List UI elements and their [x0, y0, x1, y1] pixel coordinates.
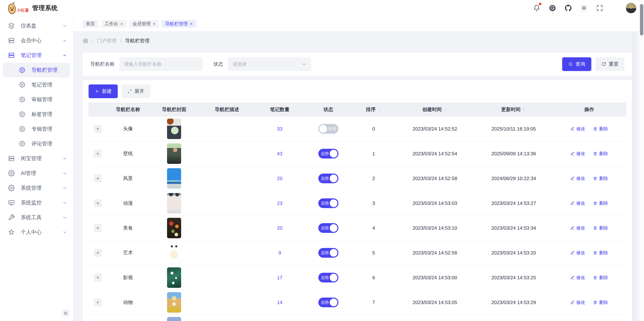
row-expand-button[interactable]: [94, 224, 102, 232]
sort-icon[interactable]: [444, 108, 448, 112]
status-toggle[interactable]: 启用: [318, 248, 338, 258]
cover-image-hamster-cartoon[interactable]: [167, 243, 181, 263]
fullscreen-icon[interactable]: [594, 3, 605, 13]
edit-button[interactable]: 修改: [570, 275, 585, 281]
tab-首页[interactable]: 首页: [82, 20, 98, 28]
note-count-link[interactable]: 17: [277, 275, 282, 281]
tab-会员管理[interactable]: 会员管理×: [129, 20, 159, 28]
row-expand-button[interactable]: [94, 125, 102, 133]
status-filter-select[interactable]: 请选择: [228, 57, 311, 71]
status-toggle[interactable]: 启用: [318, 298, 338, 307]
create-button[interactable]: 新建: [88, 84, 118, 98]
cover-image-sky-painting[interactable]: [167, 317, 181, 321]
settings-icon[interactable]: undefined: [610, 3, 621, 13]
github-icon[interactable]: [563, 3, 574, 13]
edit-button[interactable]: 修改: [570, 299, 585, 306]
cover-image-shiba-dog[interactable]: [167, 292, 181, 313]
edit-button[interactable]: 修改: [570, 175, 585, 181]
status-toggle[interactable]: 禁用: [318, 124, 338, 134]
sort-icon[interactable]: [377, 108, 381, 112]
tab-导航栏管理[interactable]: 导航栏管理×: [162, 20, 196, 28]
edit-button[interactable]: 修改: [570, 126, 585, 132]
bell-icon[interactable]: [531, 3, 542, 13]
sidebar-item-评论管理[interactable]: 评论管理: [3, 136, 70, 151]
sidebar-item-AI管理[interactable]: AI管理: [0, 166, 73, 181]
sidebar-item-审核管理[interactable]: 审核管理: [3, 92, 70, 107]
note-count-link[interactable]: 43: [277, 151, 282, 156]
sidebar-item-导航栏管理[interactable]: 导航栏管理: [3, 63, 70, 77]
status-toggle[interactable]: 启用: [318, 149, 338, 158]
sidebar-item-笔记管理[interactable]: 笔记管理: [0, 48, 73, 63]
page-scrollbar-track[interactable]: [639, 0, 644, 321]
delete-button[interactable]: 删除: [593, 151, 608, 157]
edit-button[interactable]: 修改: [570, 200, 585, 206]
sidebar-item-闲宝管理[interactable]: 闲宝管理: [0, 151, 73, 166]
header-actions: undefined: [531, 3, 636, 13]
sidebar-item-专辑管理[interactable]: 专辑管理: [3, 122, 70, 136]
row-expand-button[interactable]: [94, 274, 102, 282]
close-icon[interactable]: ×: [120, 22, 123, 26]
sidebar-item-会员中心[interactable]: 会员中心: [0, 33, 73, 48]
sidebar-item-标签管理[interactable]: 标签管理: [3, 107, 70, 122]
sidebar-item-仪表盘[interactable]: 仪表盘: [0, 18, 73, 33]
cover-image-hotpot-food[interactable]: [167, 218, 181, 238]
delete-button[interactable]: 删除: [593, 250, 608, 256]
expand-button[interactable]: 展开: [122, 84, 150, 98]
status-toggle[interactable]: 启用: [318, 273, 338, 283]
note-count-link[interactable]: 9: [278, 250, 281, 256]
delete-button[interactable]: 删除: [593, 175, 608, 181]
page-scrollbar-thumb[interactable]: [640, 4, 643, 35]
cover-image-pandas-green[interactable]: [167, 267, 181, 288]
sidebar-item-笔记管理[interactable]: 笔记管理: [3, 77, 70, 92]
status-toggle[interactable]: 启用: [318, 223, 338, 233]
delete-button[interactable]: 删除: [593, 225, 608, 231]
column-header-排序[interactable]: 排序: [352, 106, 396, 113]
cover-image-driver-photo[interactable]: [167, 143, 181, 164]
tab-bar: 首页工作台×会员管理×导航栏管理×: [73, 16, 644, 31]
gitee-icon[interactable]: [547, 3, 558, 13]
cover-image-seaside-crossing[interactable]: [167, 168, 181, 189]
cover-image-child-photo[interactable]: [167, 119, 181, 139]
row-expand-button[interactable]: [94, 150, 102, 157]
row-expand-button[interactable]: [94, 175, 102, 182]
edit-button[interactable]: 修改: [570, 225, 585, 231]
sidebar-item-系统监控[interactable]: 系统监控: [0, 195, 73, 210]
cover-image-anime-girl[interactable]: [167, 193, 181, 213]
note-count-link[interactable]: 14: [277, 300, 282, 305]
grid-icon[interactable]: [83, 38, 88, 43]
delete-button[interactable]: 删除: [593, 275, 608, 281]
note-count-link[interactable]: 23: [277, 201, 282, 206]
app-logo[interactable]: 小红薯: [7, 1, 29, 15]
note-count-link[interactable]: 20: [277, 176, 282, 181]
column-header-更新时间[interactable]: 更新时间: [474, 106, 553, 113]
user-avatar[interactable]: [626, 3, 636, 13]
status-toggle[interactable]: 启用: [318, 174, 338, 183]
theme-icon[interactable]: [578, 3, 589, 13]
close-icon[interactable]: ×: [153, 22, 156, 26]
edit-button[interactable]: 修改: [570, 151, 585, 157]
breadcrumb-section[interactable]: 门户管理: [97, 37, 116, 44]
row-expand-button[interactable]: [94, 249, 102, 257]
row-expand-button[interactable]: [94, 199, 102, 207]
note-count-link[interactable]: 33: [277, 126, 282, 132]
sort-icon[interactable]: [522, 108, 526, 112]
status-toggle[interactable]: 启用: [318, 198, 338, 208]
delete-button[interactable]: 删除: [593, 299, 608, 306]
name-filter-input[interactable]: [119, 57, 202, 71]
content-scrollbar-track[interactable]: [632, 32, 636, 321]
column-header-创建时间[interactable]: 创建时间: [396, 106, 474, 113]
edit-button[interactable]: 修改: [570, 250, 585, 256]
row-expand-button[interactable]: [94, 299, 102, 306]
reset-button[interactable]: 重置: [595, 57, 624, 71]
sidebar-item-个人中心[interactable]: 个人中心: [0, 225, 73, 240]
sidebar-item-系统管理[interactable]: 系统管理: [0, 181, 73, 195]
sidebar-collapse-button[interactable]: [62, 309, 70, 317]
sidebar-item-系统工具[interactable]: 系统工具: [0, 210, 73, 225]
close-icon[interactable]: ×: [190, 22, 192, 26]
delete-button[interactable]: 删除: [593, 200, 608, 206]
search-button[interactable]: 查询: [562, 57, 591, 71]
tab-工作台[interactable]: 工作台×: [101, 20, 126, 28]
sidebar-item-label: AI管理: [21, 170, 36, 177]
delete-button[interactable]: 删除: [593, 126, 608, 132]
note-count-link[interactable]: 20: [277, 225, 282, 231]
